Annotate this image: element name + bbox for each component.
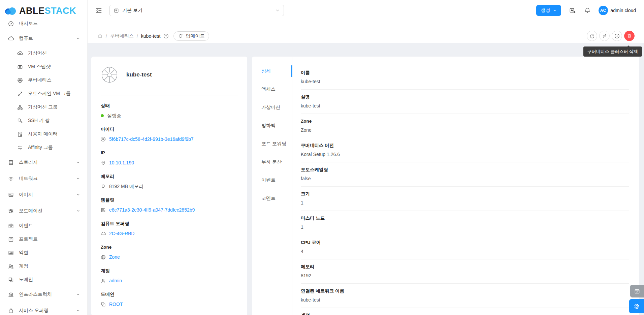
bulb-icon (101, 184, 106, 189)
cluster-id-link[interactable]: 5f6b717c-dc58-4d2f-991b-3e16afd9f9b7 (109, 136, 194, 143)
sidebar-item-roles[interactable]: 역할 (0, 246, 87, 259)
home-icon[interactable] (97, 33, 103, 39)
summary-field-compute-offering: 컴퓨트 오퍼링 2C-4G-RBD (101, 221, 238, 237)
sidebar-item-storage[interactable]: 스토리지 (0, 154, 87, 170)
cloud-logo-icon (5, 7, 17, 15)
zone-link[interactable]: Zone (109, 254, 120, 260)
detail-row-master-nodes: 마스터 노드 1 (301, 211, 629, 235)
breadcrumb-current: kube-test (141, 33, 161, 39)
status-running-dot (101, 114, 104, 117)
sidebar-item-dashboard[interactable]: 대시보드 (0, 17, 87, 30)
sidebar-item-vm-snapshot[interactable]: VM 스냅샷 (0, 60, 87, 73)
tab-events[interactable]: 이벤트 (252, 174, 292, 187)
tab-virtual-machines[interactable]: 가상머신 (252, 101, 292, 114)
affinity-swap-icon (17, 145, 23, 151)
language-icon[interactable] (569, 7, 576, 14)
user-menu[interactable]: AC admin cloud (599, 6, 636, 15)
barcode-icon (101, 136, 106, 142)
summary-field-template: 템플릿 e8c771a3-2e30-4ff9-a047-7ddfec2852b9 (101, 197, 238, 213)
tab-load-balancing[interactable]: 부하 분산 (252, 155, 292, 169)
sidebar-item-automation[interactable]: 오토메이션 (0, 203, 87, 219)
detail-row-size: 크기 1 (301, 187, 629, 211)
summary-field-account: 계정 admin (101, 268, 238, 284)
kubernetes-icon (101, 66, 118, 84)
ip-link[interactable]: 10.10.1.190 (109, 159, 134, 166)
ablestack-logo[interactable]: ABLESTACK (0, 0, 87, 17)
breadcrumb-kubernetes[interactable]: 쿠버네티스 (110, 33, 134, 39)
detail-tabs: 상세 액세스 가상머신 방화벽 포트 포워딩 부하 분산 이벤트 코멘트 (252, 57, 292, 315)
event-log-flyout-button[interactable] (630, 285, 644, 297)
breadcrumb: / 쿠버네티스 / kube-test (97, 33, 169, 39)
swap-arrows-icon (602, 33, 607, 39)
detail-panel: 상세 액세스 가상머신 방화벽 포트 포워딩 부하 분산 이벤트 코멘트 이름 … (252, 57, 639, 315)
tab-firewall[interactable]: 방화벽 (252, 119, 292, 132)
detail-row-cpu-cores: CPU 코어 4 (301, 235, 629, 259)
summary-field-domain: 도메인 ROOT (101, 291, 238, 308)
tab-comments[interactable]: 코멘트 (252, 192, 292, 205)
compute-offering-link[interactable]: 2C-4G-RBD (109, 230, 134, 237)
update-button[interactable]: 업데이트 (173, 31, 209, 41)
notification-bell-icon[interactable] (584, 7, 590, 13)
sidebar-item-compute[interactable]: 컴퓨트 (0, 30, 87, 46)
sidebar-nav: 대시보드 컴퓨트 가상머신 VM 스냅샷 쿠버네티스 오토스케일 VM 그룹 가… (0, 17, 87, 315)
plus-circle-icon (614, 33, 620, 39)
automation-icon (8, 208, 14, 214)
memory-text: 8192 MB 메모리 (109, 183, 143, 190)
trash-icon (627, 33, 632, 38)
resource-summary-card: kube-test 상태 실행중 아이디 5f6b717c-dc58-4d2f-… (91, 57, 247, 315)
header-actions: 생성 AC admin cloud (536, 5, 636, 16)
tab-port-forwarding[interactable]: 포트 포워딩 (252, 137, 292, 151)
view-select-value: 기본 보기 (122, 7, 142, 13)
detail-row-account: 계정 admin (301, 308, 629, 315)
sidebar-item-projects[interactable]: 프로젝트 (0, 232, 87, 246)
breadcrumb-bar: / 쿠버네티스 / kube-test 업데이트 (88, 21, 644, 43)
delete-cluster-button[interactable] (624, 31, 635, 41)
domain-link[interactable]: ROOT (109, 301, 123, 308)
gear-icon (634, 303, 640, 310)
tab-details[interactable]: 상세 (252, 64, 292, 78)
user-icon (101, 278, 106, 283)
detail-row-kubernetes-version: 쿠버네티스 버전 Koral Setup 1.26.6 (301, 138, 629, 162)
globe-icon (101, 255, 106, 260)
sidebar-item-virtual-machines[interactable]: 가상머신 (0, 46, 87, 60)
chevron-down-icon (76, 309, 80, 312)
sidebar-item-infrastructure[interactable]: 인프라스트럭쳐 (0, 286, 87, 303)
idcard-icon (8, 250, 14, 256)
project-view-select[interactable]: 기본 보기 (109, 5, 284, 16)
key-icon (17, 118, 23, 124)
sidebar-item-domains[interactable]: 도메인 (0, 273, 87, 286)
chevron-down-icon (76, 177, 80, 180)
refresh-icon (178, 34, 183, 38)
sidebar-item-user-data[interactable]: 사용자 데이터 (0, 127, 87, 141)
scale-cluster-button[interactable] (599, 31, 610, 41)
sidebar-item-vm-group[interactable]: 가상머신 그룹 (0, 100, 87, 114)
summary-header: kube-test (101, 57, 238, 95)
sidebar-item-service-offerings[interactable]: 서비스 오퍼링 (0, 303, 87, 315)
resource-title: kube-test (126, 71, 152, 78)
sidebar-item-ssh-key-pairs[interactable]: SSH 키 쌍 (0, 114, 87, 127)
sidebar-item-kubernetes[interactable]: 쿠버네티스 (0, 73, 87, 87)
domain-blocks-icon (8, 277, 14, 283)
template-link[interactable]: e8c771a3-2e30-4ff9-a047-7ddfec2852b9 (109, 207, 195, 213)
account-link[interactable]: admin (109, 277, 122, 284)
help-question-icon[interactable] (163, 33, 169, 39)
sidebar-item-autoscale-vm-group[interactable]: 오토스케일 VM 그룹 (0, 87, 87, 100)
sidebar-item-network[interactable]: 네트워크 (0, 170, 87, 187)
tab-access[interactable]: 액세스 (252, 83, 292, 96)
vm-group-icon (17, 104, 23, 110)
camera-icon (17, 64, 23, 70)
stop-cluster-button[interactable] (587, 31, 597, 41)
status-text: 실행중 (107, 112, 121, 119)
network-wifi-icon (8, 176, 14, 182)
menu-fold-icon[interactable] (96, 7, 102, 14)
create-button[interactable]: 생성 (536, 5, 561, 16)
sidebar-item-accounts[interactable]: 계정 (0, 259, 87, 273)
sidebar-item-images[interactable]: 이미지 (0, 187, 87, 203)
sidebar-item-events[interactable]: 이벤트 (0, 219, 87, 232)
calendar-icon (634, 288, 640, 294)
sidebar-item-affinity-groups[interactable]: Affinity 그룹 (0, 141, 87, 154)
settings-flyout-button[interactable] (629, 299, 644, 313)
delete-cluster-tooltip: 쿠버네티스 클러스터 삭제 (583, 46, 642, 57)
kubernetes-icon (17, 77, 23, 83)
add-node-button[interactable] (612, 31, 622, 41)
